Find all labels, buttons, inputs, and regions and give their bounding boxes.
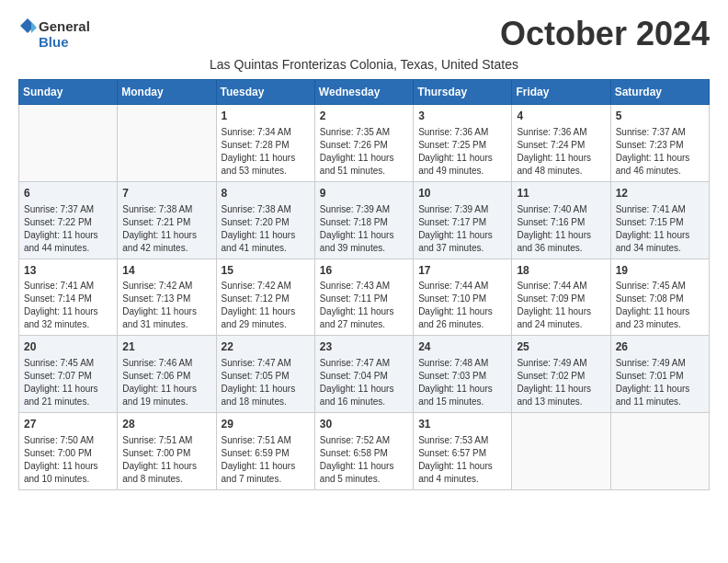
day-number: 31 — [418, 417, 506, 432]
day-number: 27 — [24, 417, 112, 432]
calendar-cell: 20Sunrise: 7:45 AM Sunset: 7:07 PM Dayli… — [19, 336, 118, 413]
day-info: Sunrise: 7:38 AM Sunset: 7:20 PM Dayligh… — [222, 203, 310, 255]
calendar-cell: 7Sunrise: 7:38 AM Sunset: 7:21 PM Daylig… — [118, 181, 216, 259]
calendar-cell: 28Sunrise: 7:51 AM Sunset: 7:00 PM Dayli… — [118, 413, 216, 490]
calendar-cell: 5Sunrise: 7:37 AM Sunset: 7:23 PM Daylig… — [610, 105, 709, 182]
logo-svg: General Blue — [18, 15, 129, 52]
day-number: 8 — [222, 186, 310, 201]
header-friday: Friday — [512, 80, 610, 105]
calendar-cell: 17Sunrise: 7:44 AM Sunset: 7:10 PM Dayli… — [414, 259, 512, 336]
calendar-cell: 23Sunrise: 7:47 AM Sunset: 7:04 PM Dayli… — [314, 336, 413, 413]
calendar-cell: 16Sunrise: 7:43 AM Sunset: 7:11 PM Dayli… — [314, 259, 413, 336]
day-info: Sunrise: 7:39 AM Sunset: 7:17 PM Dayligh… — [418, 203, 506, 255]
day-info: Sunrise: 7:42 AM Sunset: 7:12 PM Dayligh… — [222, 280, 310, 331]
calendar-cell: 6Sunrise: 7:37 AM Sunset: 7:22 PM Daylig… — [19, 181, 118, 259]
header-tuesday: Tuesday — [216, 80, 314, 105]
day-info: Sunrise: 7:37 AM Sunset: 7:23 PM Dayligh… — [616, 126, 704, 178]
header-thursday: Thursday — [414, 80, 512, 105]
day-number: 23 — [320, 339, 408, 355]
svg-marker-3 — [31, 22, 37, 33]
calendar-cell: 31Sunrise: 7:53 AM Sunset: 6:57 PM Dayli… — [414, 413, 512, 490]
day-info: Sunrise: 7:49 AM Sunset: 7:02 PM Dayligh… — [517, 357, 605, 408]
day-info: Sunrise: 7:38 AM Sunset: 7:21 PM Dayligh… — [122, 203, 210, 255]
calendar-cell — [118, 105, 216, 182]
day-number: 10 — [418, 186, 506, 201]
calendar-cell: 9Sunrise: 7:39 AM Sunset: 7:18 PM Daylig… — [314, 181, 413, 259]
day-number: 25 — [517, 339, 605, 355]
day-number: 21 — [122, 339, 210, 355]
day-info: Sunrise: 7:35 AM Sunset: 7:26 PM Dayligh… — [320, 126, 408, 178]
calendar-week-3: 13Sunrise: 7:41 AM Sunset: 7:14 PM Dayli… — [19, 259, 710, 336]
day-info: Sunrise: 7:46 AM Sunset: 7:06 PM Dayligh… — [122, 357, 210, 408]
calendar-cell: 27Sunrise: 7:50 AM Sunset: 7:00 PM Dayli… — [19, 413, 118, 490]
day-info: Sunrise: 7:44 AM Sunset: 7:10 PM Dayligh… — [418, 280, 506, 331]
calendar-cell: 22Sunrise: 7:47 AM Sunset: 7:05 PM Dayli… — [216, 336, 314, 413]
svg-text:Blue: Blue — [39, 34, 69, 50]
calendar-cell: 18Sunrise: 7:44 AM Sunset: 7:09 PM Dayli… — [512, 259, 610, 336]
day-number: 9 — [320, 186, 408, 201]
day-number: 12 — [616, 186, 704, 201]
header-monday: Monday — [118, 80, 216, 105]
calendar-cell: 30Sunrise: 7:52 AM Sunset: 6:58 PM Dayli… — [314, 413, 413, 490]
day-info: Sunrise: 7:47 AM Sunset: 7:05 PM Dayligh… — [222, 357, 310, 408]
day-info: Sunrise: 7:50 AM Sunset: 7:00 PM Dayligh… — [24, 434, 112, 486]
day-number: 15 — [222, 263, 310, 279]
day-info: Sunrise: 7:39 AM Sunset: 7:18 PM Dayligh… — [320, 203, 408, 255]
day-info: Sunrise: 7:40 AM Sunset: 7:16 PM Dayligh… — [517, 203, 605, 255]
day-number: 26 — [616, 339, 704, 355]
day-info: Sunrise: 7:36 AM Sunset: 7:25 PM Dayligh… — [418, 126, 506, 178]
header-saturday: Saturday — [610, 80, 709, 105]
day-info: Sunrise: 7:45 AM Sunset: 7:08 PM Dayligh… — [616, 280, 704, 331]
day-info: Sunrise: 7:37 AM Sunset: 7:22 PM Dayligh… — [24, 203, 112, 255]
calendar-cell: 2Sunrise: 7:35 AM Sunset: 7:26 PM Daylig… — [314, 105, 413, 182]
day-info: Sunrise: 7:42 AM Sunset: 7:13 PM Dayligh… — [122, 280, 210, 331]
calendar-cell: 19Sunrise: 7:45 AM Sunset: 7:08 PM Dayli… — [610, 259, 709, 336]
calendar-cell: 14Sunrise: 7:42 AM Sunset: 7:13 PM Dayli… — [118, 259, 216, 336]
calendar-cell: 11Sunrise: 7:40 AM Sunset: 7:16 PM Dayli… — [512, 181, 610, 259]
calendar-cell — [19, 105, 118, 182]
day-info: Sunrise: 7:41 AM Sunset: 7:14 PM Dayligh… — [24, 280, 112, 331]
day-info: Sunrise: 7:45 AM Sunset: 7:07 PM Dayligh… — [24, 357, 112, 408]
day-info: Sunrise: 7:51 AM Sunset: 6:59 PM Dayligh… — [222, 434, 310, 486]
day-number: 16 — [320, 263, 408, 279]
calendar-cell: 25Sunrise: 7:49 AM Sunset: 7:02 PM Dayli… — [512, 336, 610, 413]
day-number: 17 — [418, 263, 506, 279]
day-number: 13 — [24, 263, 112, 279]
logo: General Blue — [18, 15, 129, 52]
day-number: 30 — [320, 417, 408, 432]
calendar-table: SundayMondayTuesdayWednesdayThursdayFrid… — [18, 79, 710, 490]
day-info: Sunrise: 7:34 AM Sunset: 7:28 PM Dayligh… — [222, 126, 310, 178]
day-number: 11 — [517, 186, 605, 201]
calendar-cell: 15Sunrise: 7:42 AM Sunset: 7:12 PM Dayli… — [216, 259, 314, 336]
calendar-cell — [610, 413, 709, 490]
day-number: 20 — [24, 339, 112, 355]
day-number: 3 — [418, 109, 506, 124]
calendar-week-2: 6Sunrise: 7:37 AM Sunset: 7:22 PM Daylig… — [19, 181, 710, 259]
day-number: 29 — [222, 417, 310, 432]
day-number: 7 — [122, 186, 210, 201]
day-number: 1 — [222, 109, 310, 124]
calendar-week-4: 20Sunrise: 7:45 AM Sunset: 7:07 PM Dayli… — [19, 336, 710, 413]
day-info: Sunrise: 7:48 AM Sunset: 7:03 PM Dayligh… — [418, 357, 506, 408]
location-subtitle: Las Quintas Fronterizas Colonia, Texas, … — [18, 57, 710, 72]
calendar-cell: 13Sunrise: 7:41 AM Sunset: 7:14 PM Dayli… — [19, 259, 118, 336]
calendar-cell: 8Sunrise: 7:38 AM Sunset: 7:20 PM Daylig… — [216, 181, 314, 259]
month-title: October 2024 — [500, 15, 710, 53]
day-number: 14 — [122, 263, 210, 279]
day-number: 2 — [320, 109, 408, 124]
calendar-cell: 24Sunrise: 7:48 AM Sunset: 7:03 PM Dayli… — [414, 336, 512, 413]
day-info: Sunrise: 7:49 AM Sunset: 7:01 PM Dayligh… — [616, 357, 704, 408]
day-number: 24 — [418, 339, 506, 355]
day-info: Sunrise: 7:43 AM Sunset: 7:11 PM Dayligh… — [320, 280, 408, 331]
calendar-cell: 3Sunrise: 7:36 AM Sunset: 7:25 PM Daylig… — [414, 105, 512, 182]
calendar-cell: 10Sunrise: 7:39 AM Sunset: 7:17 PM Dayli… — [414, 181, 512, 259]
day-number: 19 — [616, 263, 704, 279]
day-number: 28 — [122, 417, 210, 432]
calendar-cell: 26Sunrise: 7:49 AM Sunset: 7:01 PM Dayli… — [610, 336, 709, 413]
calendar-week-1: 1Sunrise: 7:34 AM Sunset: 7:28 PM Daylig… — [19, 105, 710, 182]
calendar-cell: 29Sunrise: 7:51 AM Sunset: 6:59 PM Dayli… — [216, 413, 314, 490]
header-wednesday: Wednesday — [314, 80, 413, 105]
day-number: 22 — [222, 339, 310, 355]
calendar-cell: 21Sunrise: 7:46 AM Sunset: 7:06 PM Dayli… — [118, 336, 216, 413]
day-number: 6 — [24, 186, 112, 201]
